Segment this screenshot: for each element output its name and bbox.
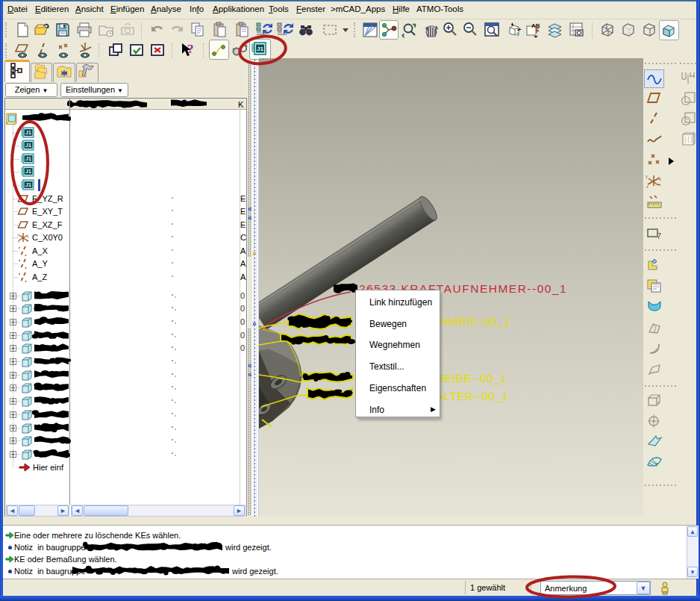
svg-text:?: ? xyxy=(187,42,194,56)
svg-text:z: z xyxy=(646,184,649,189)
svg-text:x: x xyxy=(659,177,661,181)
svg-text:y: y xyxy=(646,174,648,178)
svg-text:7: 7 xyxy=(657,231,661,240)
svg-text:y: y xyxy=(17,232,19,237)
svg-text:x: x xyxy=(27,234,29,239)
